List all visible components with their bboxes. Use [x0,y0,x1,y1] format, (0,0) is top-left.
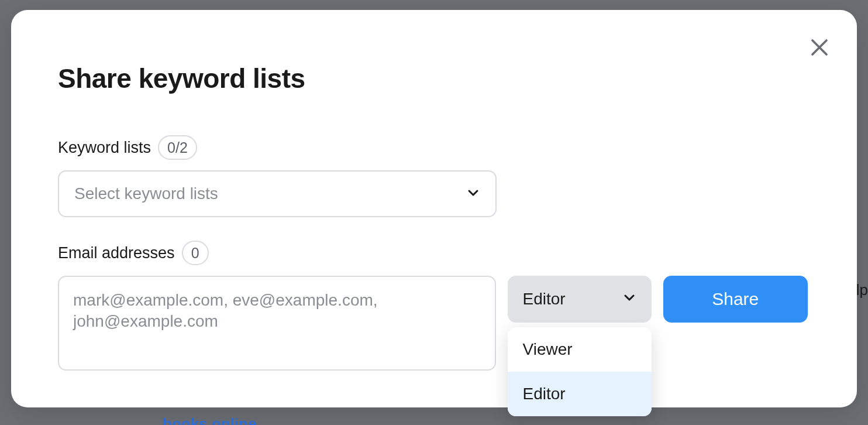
email-count-badge: 0 [182,241,209,265]
email-label: Email addresses [58,244,175,262]
share-modal: Share keyword lists Keyword lists 0/2 Se… [11,10,857,407]
keyword-lists-field: Keyword lists 0/2 Select keyword lists [58,135,810,217]
role-dropdown-container: Editor Viewer Editor [508,276,652,323]
keyword-lists-select[interactable]: Select keyword lists [58,170,497,217]
keyword-lists-label: Keyword lists [58,139,151,157]
role-selected-label: Editor [523,290,566,309]
keyword-lists-count-badge: 0/2 [158,135,197,160]
role-option-editor[interactable]: Editor [508,372,652,416]
modal-title: Share keyword lists [58,63,810,94]
chevron-down-icon [466,186,480,202]
chevron-down-icon [622,290,636,309]
background-link: books online [163,415,256,425]
close-button[interactable] [809,37,830,58]
role-dropdown-menu: Viewer Editor [508,327,652,416]
keyword-lists-placeholder: Select keyword lists [74,184,218,203]
role-select-button[interactable]: Editor [508,276,652,323]
share-button[interactable]: Share [663,276,808,323]
close-icon [809,37,830,58]
role-option-viewer[interactable]: Viewer [508,327,652,372]
background-text-right: lp [856,281,868,299]
email-input[interactable] [58,276,496,371]
email-field-group: Email addresses 0 Editor Viewer Editor S… [58,241,810,371]
